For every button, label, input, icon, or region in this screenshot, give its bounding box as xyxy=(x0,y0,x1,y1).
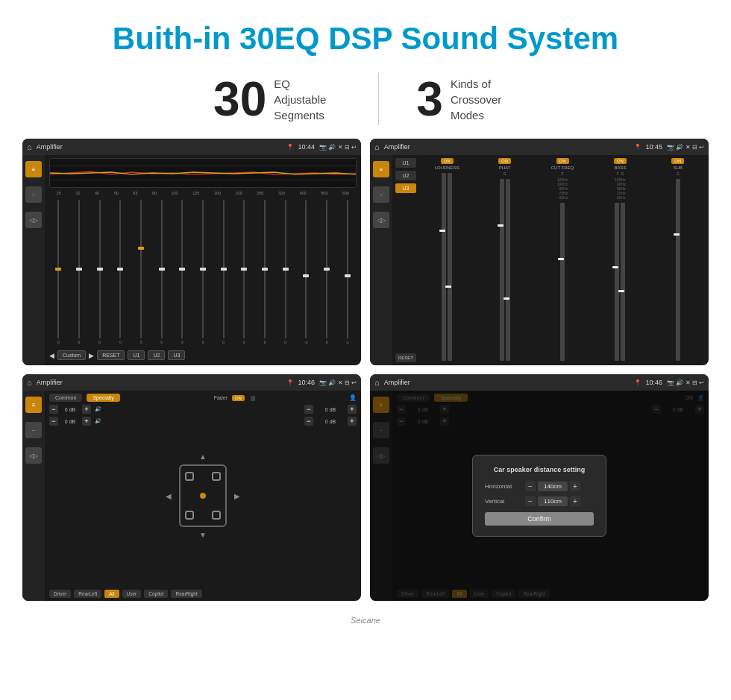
wave-icon3[interactable]: ~ xyxy=(25,422,42,438)
preset-col: U1 U2 U3 RESET xyxy=(395,158,416,362)
loudness-on[interactable]: ON xyxy=(441,158,454,164)
eq-graph xyxy=(49,158,357,188)
wave-icon2[interactable]: ~ xyxy=(373,186,389,203)
phat-sliders xyxy=(477,177,532,362)
vol-rr-val: 0 dB xyxy=(316,419,345,424)
vertical-value: 110cm xyxy=(538,496,568,506)
prev-icon[interactable]: ◀ xyxy=(49,352,54,359)
right-arrow[interactable]: ▶ xyxy=(234,492,240,500)
ch-phat: ON PHAT G xyxy=(477,158,532,362)
screen2-content: ≡ ~ ◁▷ U1 U2 U3 RESET ON LOUDNESS xyxy=(370,155,709,365)
vol-fl-minus[interactable]: − xyxy=(49,405,58,414)
horizontal-value: 140cm xyxy=(538,482,568,491)
slider-1: 0 xyxy=(49,200,68,344)
sub-on[interactable]: ON xyxy=(671,158,684,164)
vertical-plus[interactable]: + xyxy=(570,496,580,506)
page-title: Buith-in 30EQ DSP Sound System xyxy=(0,0,731,64)
seat-rr xyxy=(212,511,221,520)
phat-on[interactable]: ON xyxy=(498,158,511,164)
screen3-topbar: ⌂ Amplifier 📍 10:46 📷 🔊 ✕ ⊟ ↩ xyxy=(22,374,361,391)
fader-label: Fader xyxy=(214,395,228,400)
eq-bottom-bar: ◀ Custom ▶ RESET U1 U2 U3 xyxy=(49,348,357,362)
screen2-topbar: ⌂ Amplifier 📍 10:45 📷 🔊 ✕ ⊟ ↩ xyxy=(370,139,709,155)
left-arrow[interactable]: ◀ xyxy=(166,492,172,500)
all-btn[interactable]: All xyxy=(104,590,119,598)
confirm-button[interactable]: Confirm xyxy=(485,512,594,526)
home-icon2[interactable]: ⌂ xyxy=(374,142,380,151)
reset-preset[interactable]: RESET xyxy=(395,353,416,362)
cutfreq-on[interactable]: ON xyxy=(556,158,569,164)
slider-15: -1 xyxy=(338,200,357,344)
vol-fl-plus[interactable]: + xyxy=(82,405,91,414)
screen3-time: 10:46 xyxy=(298,379,316,386)
custom-btn[interactable]: Custom xyxy=(57,350,86,360)
crossover-stat: 3 Kinds of Crossover Modes xyxy=(379,75,555,123)
sub-label: SUB xyxy=(674,165,683,170)
crossover-number: 3 xyxy=(416,75,443,123)
screen1-time: 10:44 xyxy=(298,143,316,151)
driver-btn[interactable]: Driver xyxy=(49,590,71,598)
screen-eq: ⌂ Amplifier 📍 10:44 📷 🔊 ✕ ⊟ ↩ ≡ ~ ◁▷ xyxy=(22,139,361,365)
vol-rl-val: 0 dB xyxy=(60,419,80,424)
vol-icon2[interactable]: ◁▷ xyxy=(373,212,389,228)
eq-label: EQ Adjustable Segments xyxy=(274,76,341,123)
screen4-title: Amplifier xyxy=(384,379,630,386)
car-diagram: ▲ ◀ ▶ ▼ xyxy=(173,458,233,533)
screen3-status: 📍 xyxy=(286,379,294,386)
vol-icon3[interactable]: ◁▷ xyxy=(25,447,42,464)
screen3-side: ≡ ~ ◁▷ xyxy=(22,391,45,601)
slider-9: 0 xyxy=(214,200,233,344)
horizontal-stepper: − 140cm + xyxy=(525,481,580,491)
screen-crossover: ⌂ Amplifier 📍 10:45 📷 🔊 ✕ ⊟ ↩ ≡ ~ ◁▷ U1 … xyxy=(370,139,709,365)
slider-13: -1 xyxy=(297,200,316,344)
bass-on[interactable]: ON xyxy=(614,158,627,164)
eq-icon[interactable]: ≡ xyxy=(25,161,42,177)
wave-icon[interactable]: ~ xyxy=(25,186,42,203)
next-icon[interactable]: ▶ xyxy=(89,352,94,359)
screen4-status: 📍 xyxy=(634,379,641,386)
home-icon[interactable]: ⌂ xyxy=(27,142,32,151)
screen-fader: ⌂ Amplifier 📍 10:46 📷 🔊 ✕ ⊟ ↩ ≡ ~ ◁▷ Com… xyxy=(22,374,361,601)
vol-fr-plus[interactable]: + xyxy=(348,405,357,414)
up-arrow[interactable]: ▲ xyxy=(199,453,207,461)
copilot-btn[interactable]: Copilot xyxy=(144,590,168,598)
fader-toggle[interactable]: ON xyxy=(232,395,245,401)
u2-btn[interactable]: U2 xyxy=(148,350,165,360)
u2-preset[interactable]: U2 xyxy=(395,171,416,180)
horizontal-plus[interactable]: + xyxy=(570,481,580,491)
rearleft-btn[interactable]: RearLeft xyxy=(74,590,101,598)
vol-icon[interactable]: ◁▷ xyxy=(25,212,42,228)
screen2-main: U1 U2 U3 RESET ON LOUDNESS xyxy=(392,155,709,365)
eq-icon2[interactable]: ≡ xyxy=(373,161,389,177)
vol-rr-minus[interactable]: − xyxy=(304,417,313,426)
ch-cutfreq: ON CUT FREQ F 120Hz100Hz80Hz70Hz60Hz xyxy=(535,158,590,362)
car-body xyxy=(179,464,227,527)
fader-bars: ||| xyxy=(251,394,255,401)
vertical-minus[interactable]: − xyxy=(525,496,536,506)
u3-btn[interactable]: U3 xyxy=(168,350,185,360)
eq-icon3[interactable]: ≡ xyxy=(25,397,42,413)
horizontal-minus[interactable]: − xyxy=(525,481,536,491)
reset-btn[interactable]: RESET xyxy=(97,350,125,360)
home-icon4[interactable]: ⌂ xyxy=(374,378,380,387)
common-mode-btn[interactable]: Common xyxy=(49,394,82,402)
user-btn[interactable]: User xyxy=(122,590,142,598)
center-knob[interactable] xyxy=(200,493,206,499)
down-arrow[interactable]: ▼ xyxy=(199,531,207,539)
vol-fr-minus[interactable]: − xyxy=(304,405,313,414)
u3-preset[interactable]: U3 xyxy=(395,183,416,193)
specialty-mode-btn[interactable]: Specialty xyxy=(87,394,119,402)
vol-rr-plus[interactable]: + xyxy=(348,417,357,426)
loudness-label: LOUDNESS xyxy=(435,165,459,170)
vol-rl-minus[interactable]: − xyxy=(49,417,58,426)
sub-sliders xyxy=(650,177,706,362)
vol-rl-plus[interactable]: + xyxy=(82,417,91,426)
u1-btn[interactable]: U1 xyxy=(128,350,145,360)
u1-preset[interactable]: U1 xyxy=(395,158,416,168)
screen3-main: Common Specialty Fader ON ||| 👤 − 0 dB + xyxy=(45,391,361,601)
screens-grid: ⌂ Amplifier 📍 10:44 📷 🔊 ✕ ⊟ ↩ ≡ ~ ◁▷ xyxy=(0,139,731,616)
screen1-topbar: ⌂ Amplifier 📍 10:44 📷 🔊 ✕ ⊟ ↩ xyxy=(22,139,361,155)
screen4-icons: 📷 🔊 ✕ ⊟ ↩ xyxy=(667,379,704,386)
rearright-btn[interactable]: RearRight xyxy=(171,590,201,598)
home-icon3[interactable]: ⌂ xyxy=(27,378,32,387)
